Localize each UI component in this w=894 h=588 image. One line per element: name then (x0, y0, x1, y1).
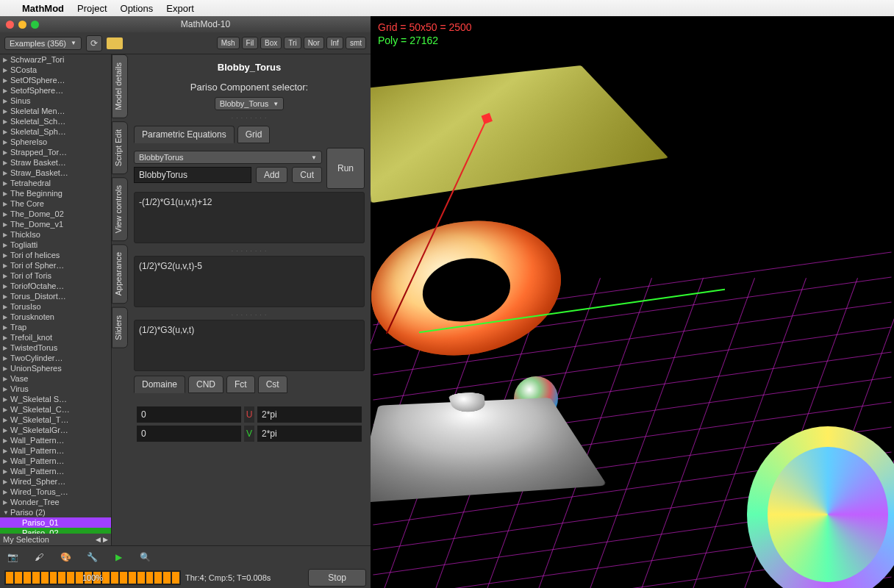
menu-options[interactable]: Options (121, 3, 154, 14)
tab-parametric-equations[interactable]: Parametric Equations (134, 126, 235, 143)
tree-item[interactable]: ▶ Trap (0, 322, 111, 332)
tab-grid[interactable]: Grid (237, 126, 271, 143)
tree-item[interactable]: ▶ Trefoil_knot (0, 332, 111, 343)
tree-item[interactable]: ▶ Virus (0, 384, 111, 394)
tree-footer[interactable]: My Selection ◀ ▶ (0, 534, 111, 545)
tree-item[interactable]: ▶ The Beginning (0, 188, 111, 198)
btn-fil[interactable]: Fil (242, 37, 259, 49)
tree-item[interactable]: ▶ SphereIso (0, 137, 111, 147)
tree-item[interactable]: ▶ Tetrahedral (0, 178, 111, 188)
v-max-input[interactable]: 2*pi (257, 426, 362, 442)
vtab-sliders[interactable]: Sliders (112, 307, 128, 348)
app-name[interactable]: MathMod (22, 3, 64, 14)
zoom-icon[interactable] (31, 21, 39, 29)
tab-fct[interactable]: Fct (226, 376, 255, 393)
palette-icon[interactable]: 🎨 (59, 551, 72, 564)
u-min-input[interactable]: 0 (137, 406, 241, 423)
tree-item[interactable]: ▶ Torus_Distort… (0, 291, 111, 301)
tree-item[interactable]: ▶ Vase (0, 373, 111, 384)
btn-tri[interactable]: Tri (284, 37, 301, 49)
refresh-button[interactable]: ⟳ (86, 35, 102, 51)
examples-combo[interactable]: Examples (356)▼ (4, 37, 82, 50)
tree-item-pariso-child[interactable]: Pariso_02 (0, 528, 111, 534)
tree-item[interactable]: ▶ SetOfSphere… (0, 75, 111, 85)
cut-button[interactable]: Cut (292, 167, 322, 183)
tree-item[interactable]: ▶ TwistedTorus (0, 343, 111, 353)
tree-item-pariso[interactable]: ▼ Pariso (2) (0, 507, 111, 517)
vtab-script-edit[interactable]: Script Edit (112, 121, 128, 174)
search-icon[interactable]: 🔍 (138, 551, 151, 564)
model-tree[interactable]: ▶ SchwarzP_Tori▶ SCosta▶ SetOfSphere…▶ S… (0, 54, 111, 534)
component-name-input[interactable]: BlobbyTorus (134, 167, 251, 183)
wrench-icon[interactable]: 🔧 (85, 551, 99, 564)
tree-item[interactable]: ▶ Wired_Torus_… (0, 487, 111, 497)
component-combo[interactable]: BlobbyTorus▼ (134, 151, 322, 164)
formula-x[interactable]: -(1/2)*G1(u,v,t)+12 (134, 192, 365, 243)
btn-msh[interactable]: Msh (217, 37, 240, 49)
tree-item[interactable]: ▶ Wall_Pattern… (0, 466, 111, 476)
btn-nor[interactable]: Nor (304, 37, 324, 49)
tree-item[interactable]: ▶ Wired_Spher… (0, 476, 111, 487)
camera-icon[interactable]: 📷 (6, 551, 19, 564)
tree-item[interactable]: ▶ Wall_Pattern… (0, 435, 111, 445)
tree-item[interactable]: ▶ W_Skeletal S… (0, 394, 111, 404)
u-max-input[interactable]: 2*pi (257, 406, 362, 423)
tree-item[interactable]: ▶ W_Skeletal_T… (0, 415, 111, 425)
tree-item[interactable]: ▶ W_SkeletalGr… (0, 425, 111, 435)
tree-item[interactable]: ▶ Wonder_Tree (0, 497, 111, 507)
tree-item[interactable]: ▶ Togliatti (0, 240, 111, 250)
tree-item[interactable]: ▶ The_Dome_02 (0, 209, 111, 219)
tree-item[interactable]: ▶ ThickIso (0, 229, 111, 240)
tree-item[interactable]: ▶ TorusIso (0, 301, 111, 312)
tree-item[interactable]: ▶ SchwarzP_Tori (0, 54, 111, 65)
close-icon[interactable] (6, 21, 14, 29)
tab-cst[interactable]: Cst (258, 376, 287, 393)
tree-item[interactable]: ▶ Wall_Pattern… (0, 456, 111, 466)
formula-z[interactable]: (1/2)*G3(u,v,t) (134, 320, 365, 371)
v-min-input[interactable]: 0 (137, 426, 241, 442)
tree-item[interactable]: ▶ The_Dome_v1 (0, 219, 111, 229)
btn-smt[interactable]: smt (346, 37, 366, 49)
folder-icon[interactable] (107, 37, 123, 49)
separator[interactable]: · · · · · · · · (134, 312, 365, 318)
formula-y[interactable]: (1/2)*G2(u,v,t)-5 (134, 256, 365, 307)
play-icon[interactable]: ▶ (112, 551, 125, 564)
vtab-model-details[interactable]: Model details (112, 54, 128, 118)
tree-item[interactable]: ▶ UnionSpheres (0, 363, 111, 373)
tree-item[interactable]: ▶ ToriofOctahe… (0, 281, 111, 291)
tree-item[interactable]: ▶ Tori of helices (0, 250, 111, 260)
menu-export[interactable]: Export (166, 3, 194, 14)
tab-cnd[interactable]: CND (188, 376, 224, 393)
tree-item[interactable]: ▶ SCosta (0, 65, 111, 75)
stop-button[interactable]: Stop (308, 569, 366, 587)
separator[interactable]: · · · · · · · · (134, 248, 365, 254)
3d-viewport[interactable]: X Grid = 50x50 = 2500 Poly = 27162 (371, 16, 894, 588)
tab-domaine[interactable]: Domaine (134, 376, 185, 393)
tree-item[interactable]: ▶ TwoCylinder… (0, 353, 111, 363)
vtab-appearance[interactable]: Appearance (112, 244, 128, 304)
menu-project[interactable]: Project (77, 3, 107, 14)
add-button[interactable]: Add (256, 167, 287, 183)
tree-item[interactable]: ▶ Straw Basket… (0, 157, 111, 168)
tree-item[interactable]: ▶ Skeletal_Sch… (0, 116, 111, 126)
tree-item[interactable]: ▶ Skeletal Men… (0, 106, 111, 116)
btn-box[interactable]: Box (260, 37, 282, 49)
tree-item[interactable]: ▶ Straw_Basket… (0, 168, 111, 178)
minimize-icon[interactable] (18, 21, 26, 29)
tree-item[interactable]: ▶ Sinus (0, 96, 111, 106)
tree-item[interactable]: ▶ Strapped_Tor… (0, 147, 111, 157)
btn-inf[interactable]: Inf (326, 37, 343, 49)
tree-item-pariso-child[interactable]: Pariso_01 (0, 517, 111, 528)
tree-item[interactable]: ▶ Torusknoten (0, 312, 111, 322)
run-button[interactable]: Run (326, 148, 365, 189)
tree-item[interactable]: ▶ Skeletal_Sph… (0, 126, 111, 137)
vtab-view-controls[interactable]: View controls (112, 177, 128, 241)
tree-item[interactable]: ▶ The Core (0, 198, 111, 209)
tree-item[interactable]: ▶ Tori of Spher… (0, 260, 111, 270)
pariso-component-combo[interactable]: Blobby_Torus▼ (215, 97, 285, 110)
tree-item[interactable]: ▶ Tori of Toris (0, 270, 111, 281)
brush-icon[interactable]: 🖌 (32, 551, 46, 564)
tree-item[interactable]: ▶ Wall_Pattern… (0, 445, 111, 456)
tree-item[interactable]: ▶ W_Skeletal_C… (0, 404, 111, 415)
tree-item[interactable]: ▶ SetofSphere… (0, 85, 111, 96)
